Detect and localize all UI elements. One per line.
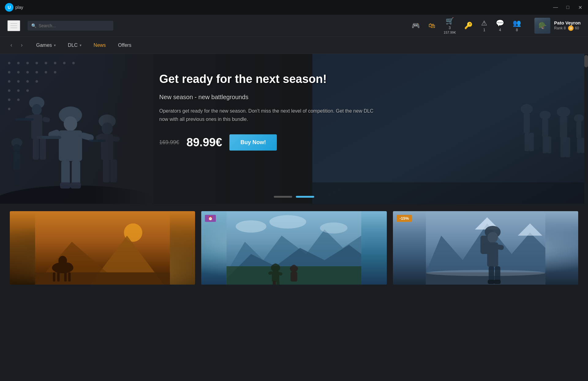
svg-point-58: [521, 104, 533, 114]
controller-icon-item[interactable]: 🎮: [412, 22, 420, 30]
svg-rect-59: [524, 113, 530, 133]
nav-icons: 🎮 🛍 🛒 3 157.99€ 🔑 ⚠ 1 💬 4 👥 8 🪖: [412, 17, 581, 34]
svg-rect-63: [542, 119, 548, 137]
svg-point-98: [273, 263, 279, 271]
key-icon-item[interactable]: 🔑: [464, 22, 473, 30]
minimize-button[interactable]: —: [552, 4, 559, 10]
svg-rect-104: [291, 272, 297, 282]
scrollbar[interactable]: [584, 54, 588, 204]
svg-point-84: [62, 263, 73, 271]
bag-icon-item[interactable]: 🛍: [428, 22, 435, 30]
app-name: play: [15, 5, 23, 10]
svg-rect-65: [547, 136, 551, 153]
user-section[interactable]: 🪖 Pato Veyron Rank 8 U 60: [534, 18, 581, 34]
svg-point-93: [236, 220, 266, 233]
hero-old-price: 169.99€: [159, 139, 179, 146]
nav-link-news[interactable]: News: [88, 39, 111, 51]
svg-point-66: [557, 107, 570, 117]
game-card-farcry5[interactable]: ⏰: [201, 211, 386, 285]
svg-rect-60: [525, 133, 529, 151]
secondary-nav: ‹ › Games ▾ DLC ▾ News Offers: [0, 37, 588, 54]
svg-rect-68: [560, 137, 565, 157]
svg-rect-88: [68, 272, 71, 282]
game-card-bg-ghost: [393, 211, 578, 285]
chevron-down-icon: ▾: [54, 43, 56, 47]
hero-soldiers-art: [0, 54, 153, 204]
maximize-button[interactable]: □: [565, 4, 571, 10]
farcry-art: [201, 211, 386, 285]
forward-button[interactable]: ›: [18, 40, 26, 50]
ucoins: U 60: [568, 25, 579, 31]
indicator-2[interactable]: [296, 196, 314, 198]
hero-left-bg: [0, 54, 153, 204]
hamburger-line: [10, 25, 17, 26]
top-nav: 🔍 🎮 🛍 🛒 3 157.99€ 🔑 ⚠ 1 💬 4 👥 8: [0, 15, 588, 37]
svg-point-94: [270, 215, 306, 229]
origins-art: [10, 211, 195, 285]
hero-subtitle: New season - new battlegrounds: [159, 94, 374, 101]
svg-rect-102: [277, 281, 280, 285]
coin-count: 60: [575, 26, 579, 30]
alert-icon-item[interactable]: ⚠ 1: [481, 19, 487, 32]
nav-link-games[interactable]: Games ▾: [31, 39, 61, 51]
svg-rect-106: [273, 281, 276, 285]
cart-icon-item[interactable]: 🛒 3 157.99€: [444, 17, 456, 34]
farcry-svg: [201, 211, 386, 285]
hero-pricing: 169.99€ 89.99€ Buy Now!: [159, 134, 374, 151]
svg-rect-71: [576, 121, 581, 138]
rank-label: Rank 8: [554, 26, 566, 30]
svg-rect-56: [0, 54, 153, 204]
search-container: 🔍: [28, 21, 113, 31]
svg-rect-120: [495, 266, 500, 282]
user-info: Pato Veyron Rank 8 U 60: [554, 20, 581, 31]
alert-icon: ⚠: [481, 19, 487, 27]
user-name: Pato Veyron: [554, 20, 581, 25]
controller-icon: 🎮: [412, 22, 420, 30]
ghost-svg: [393, 211, 578, 285]
svg-rect-72: [577, 138, 581, 153]
svg-point-112: [426, 270, 545, 276]
svg-rect-64: [543, 136, 547, 153]
hero-content: Get ready for the next season! New seaso…: [159, 72, 374, 151]
indicator-1[interactable]: [274, 196, 292, 198]
close-button[interactable]: ✕: [577, 4, 583, 10]
hero-banner: Get ready for the next season! New seaso…: [0, 54, 588, 204]
nav-link-dlc[interactable]: DLC ▾: [62, 39, 87, 51]
title-bar-left: U play: [5, 3, 23, 12]
svg-rect-73: [581, 138, 584, 153]
svg-rect-116: [487, 242, 498, 267]
nav-links: Games ▾ DLC ▾ News Offers: [31, 39, 137, 51]
svg-rect-87: [64, 272, 67, 282]
ucoin-icon: U: [568, 25, 574, 31]
chat-icon-item[interactable]: 💬 4: [496, 19, 504, 32]
hamburger-menu-button[interactable]: [7, 20, 20, 31]
friends-count: 8: [516, 28, 518, 32]
clock-icon: ⏰: [208, 216, 213, 221]
friends-icon-item[interactable]: 👥 8: [513, 19, 521, 32]
ghost-art: [393, 211, 578, 285]
svg-rect-122: [494, 280, 500, 284]
buy-now-button[interactable]: Buy Now!: [229, 134, 277, 151]
ghost-badge: -15%: [397, 215, 412, 222]
game-card-bg-farcry5: [201, 211, 386, 285]
logo-icon: U: [5, 3, 13, 12]
game-card-ghost[interactable]: -15%: [393, 211, 578, 285]
svg-point-115: [487, 232, 498, 243]
svg-point-95: [320, 222, 348, 233]
back-button[interactable]: ‹: [7, 40, 15, 50]
bag-icon: 🛍: [428, 22, 435, 30]
cart-count: 3: [449, 26, 451, 30]
svg-rect-74: [312, 182, 588, 204]
chat-icon: 💬: [496, 19, 504, 27]
search-input[interactable]: [28, 21, 113, 31]
hero-title: Get ready for the next season!: [159, 72, 374, 86]
game-card-bg-origins: [10, 211, 195, 285]
game-card-origins[interactable]: [10, 211, 195, 285]
hamburger-line: [10, 23, 17, 24]
svg-point-105: [291, 265, 297, 271]
hero-indicators: [274, 196, 314, 198]
title-bar: U play — □ ✕: [0, 0, 588, 15]
nav-link-offers[interactable]: Offers: [113, 39, 137, 51]
game-cards-section: ⏰: [0, 204, 588, 292]
scrollbar-thumb[interactable]: [584, 55, 588, 67]
